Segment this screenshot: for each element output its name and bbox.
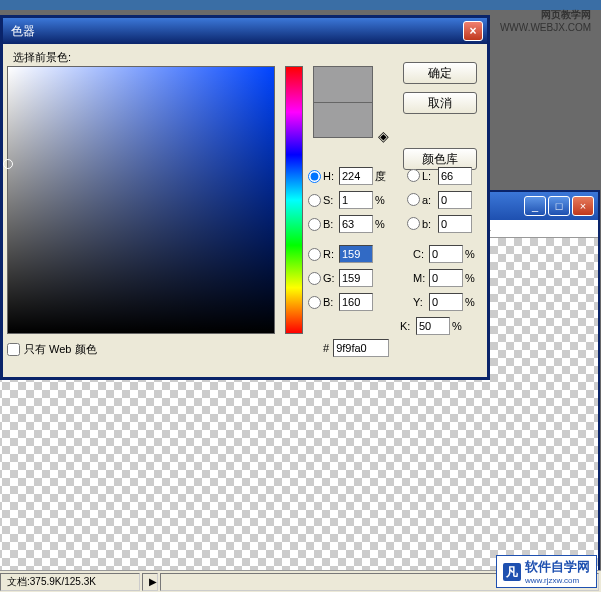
- web-only-label: 只有 Web 颜色: [24, 342, 97, 357]
- k-input[interactable]: [416, 317, 450, 335]
- b2-radio[interactable]: [407, 217, 420, 230]
- y-input[interactable]: [429, 293, 463, 311]
- a-input[interactable]: [438, 191, 472, 209]
- h-radio[interactable]: [308, 170, 321, 183]
- web-only-checkbox[interactable]: [7, 343, 20, 356]
- m-label: M:: [413, 272, 429, 284]
- s-input[interactable]: [339, 191, 373, 209]
- top-link-url: WWW.WEBJX.COM: [500, 22, 591, 33]
- dialog-titlebar: 色器 ×: [3, 18, 487, 44]
- k-unit: %: [452, 320, 466, 332]
- bv-input[interactable]: [339, 215, 373, 233]
- s-radio[interactable]: [308, 194, 321, 207]
- y-label: Y:: [413, 296, 429, 308]
- cancel-button[interactable]: 取消: [403, 92, 477, 114]
- l-radio[interactable]: [407, 169, 420, 182]
- b-input[interactable]: [339, 293, 373, 311]
- status-arrow-icon[interactable]: ▶: [142, 573, 158, 591]
- watermark-url: www.rjzxw.com: [525, 576, 590, 585]
- watermark-text: 软件自学网: [525, 559, 590, 574]
- l-input[interactable]: [438, 167, 472, 185]
- watermark-icon: 凡: [503, 563, 521, 581]
- top-link-title: 网页教学网: [500, 8, 591, 22]
- r-input[interactable]: [339, 245, 373, 263]
- bv-radio[interactable]: [308, 218, 321, 231]
- top-links: 网页教学网 WWW.WEBJX.COM: [500, 8, 591, 33]
- dialog-title: 色器: [11, 23, 35, 40]
- y-unit: %: [465, 296, 479, 308]
- color-picker-dialog: 色器 × 选择前景色: ◈ 确定 取消 颜色库 H: 度: [0, 15, 490, 380]
- m-input[interactable]: [429, 269, 463, 287]
- hex-input[interactable]: [333, 339, 389, 357]
- h-label: H:: [323, 170, 339, 182]
- swatch-new: [313, 66, 373, 102]
- cube-icon[interactable]: ◈: [378, 128, 389, 144]
- ok-button[interactable]: 确定: [403, 62, 477, 84]
- doc-size-status: 文档:375.9K/125.3K: [0, 573, 140, 591]
- s-unit: %: [375, 194, 389, 206]
- c-unit: %: [465, 248, 479, 260]
- a-label: a:: [422, 194, 438, 206]
- color-swatch: [313, 66, 373, 138]
- hash-label: #: [323, 342, 329, 354]
- doc-close-button[interactable]: ×: [572, 196, 594, 216]
- b2-input[interactable]: [438, 215, 472, 233]
- color-field[interactable]: [7, 66, 275, 334]
- g-label: G:: [323, 272, 339, 284]
- r-label: R:: [323, 248, 339, 260]
- h-unit: 度: [375, 169, 389, 184]
- bv-unit: %: [375, 218, 389, 230]
- b-label: B:: [323, 296, 339, 308]
- bv-label: B:: [323, 218, 339, 230]
- dialog-close-button[interactable]: ×: [463, 21, 483, 41]
- c-label: C:: [413, 248, 429, 260]
- g-input[interactable]: [339, 269, 373, 287]
- m-unit: %: [465, 272, 479, 284]
- swatch-previous: [313, 102, 373, 138]
- b-radio[interactable]: [308, 296, 321, 309]
- g-radio[interactable]: [308, 272, 321, 285]
- watermark: 凡 软件自学网 www.rjzxw.com: [496, 555, 597, 588]
- k-label: K:: [400, 320, 416, 332]
- b2-label: b:: [422, 218, 438, 230]
- s-label: S:: [323, 194, 339, 206]
- c-input[interactable]: [429, 245, 463, 263]
- color-cursor-icon: [3, 159, 13, 169]
- maximize-button[interactable]: □: [548, 196, 570, 216]
- hue-slider[interactable]: [285, 66, 303, 334]
- l-label: L:: [422, 170, 438, 182]
- minimize-button[interactable]: _: [524, 196, 546, 216]
- a-radio[interactable]: [407, 193, 420, 206]
- h-input[interactable]: [339, 167, 373, 185]
- r-radio[interactable]: [308, 248, 321, 261]
- color-inputs: H: 度 L: S: % a: B: %: [308, 164, 483, 338]
